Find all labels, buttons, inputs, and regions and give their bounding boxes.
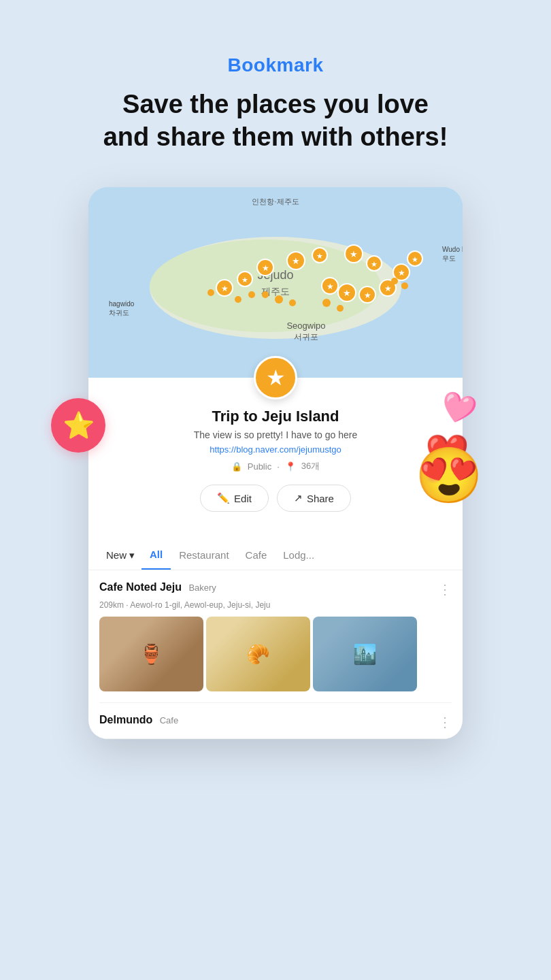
more-icon[interactable]: ⋮ xyxy=(438,581,452,598)
place-name-2: Delmundo xyxy=(99,714,152,725)
edit-button[interactable]: ✏️ Edit xyxy=(200,485,269,512)
action-buttons: ✏️ Edit ↗ Share xyxy=(102,485,449,512)
svg-text:★: ★ xyxy=(384,284,392,293)
trip-title: Trip to Jeju Island xyxy=(102,408,449,425)
place-header: Cafe Noted Jeju Bakery ⋮ xyxy=(99,581,452,598)
lock-icon: 🔒 xyxy=(231,461,242,472)
svg-text:★: ★ xyxy=(350,249,358,259)
edit-icon: ✏️ xyxy=(217,492,230,504)
tab-cafe[interactable]: Cafe xyxy=(237,549,276,569)
svg-point-47 xyxy=(401,282,408,289)
place-header-2: Delmundo Cafe ⋮ xyxy=(99,714,452,730)
share-button[interactable]: ↗ Share xyxy=(277,485,351,512)
svg-text:Seogwipo: Seogwipo xyxy=(286,321,325,331)
svg-point-40 xyxy=(262,291,269,298)
svg-text:★: ★ xyxy=(221,284,229,293)
svg-text:★: ★ xyxy=(398,268,405,278)
trip-description: The view is so pretty! I have to go here xyxy=(102,429,449,440)
map-area: 인천항·제주도 Wudo Isla 우도 hagwido 차귀도 Jejudo … xyxy=(88,187,463,378)
place-name-group: Cafe Noted Jeju Bakery xyxy=(99,581,216,593)
place-item-2: Delmundo Cafe ⋮ xyxy=(99,703,452,739)
place-image-3: 🏙️ xyxy=(313,617,417,691)
avatar-badge: ★ xyxy=(254,356,297,399)
svg-text:★: ★ xyxy=(343,288,351,298)
headline: Save the places you love and share them … xyxy=(103,88,448,153)
svg-point-43 xyxy=(248,291,255,298)
svg-text:★: ★ xyxy=(262,263,269,273)
visibility-label: Public xyxy=(248,461,271,472)
edit-label: Edit xyxy=(234,493,252,504)
trip-link[interactable]: https://blog.naver.com/jejumustgo xyxy=(102,444,449,455)
filter-tabs: New ▾ All Restaurant Cafe Lodg... xyxy=(88,539,463,570)
svg-point-42 xyxy=(289,299,296,306)
svg-text:서귀포: 서귀포 xyxy=(294,332,318,342)
svg-point-39 xyxy=(337,305,344,312)
svg-text:인천항·제주도: 인천항·제주도 xyxy=(252,197,299,206)
map-svg: 인천항·제주도 Wudo Isla 우도 hagwido 차귀도 Jejudo … xyxy=(88,187,463,378)
svg-text:★: ★ xyxy=(364,291,371,300)
share-label: Share xyxy=(307,493,334,504)
deco-love-emoji: 😍 xyxy=(415,444,483,508)
place-item: Cafe Noted Jeju Bakery ⋮ 209km · Aewol-r… xyxy=(99,570,452,703)
more-icon-2[interactable]: ⋮ xyxy=(438,714,452,730)
svg-text:우도: 우도 xyxy=(442,255,456,262)
place-category: Bakery xyxy=(188,583,216,593)
chevron-down-icon: ▾ xyxy=(129,549,135,561)
phone-wrapper: ⭐ 🩷 ❤️ 😍 인천항·제주도 Wudo Isla 우도 hagwido 차귀… xyxy=(88,187,463,739)
trip-meta: 🔒 Public · 📍 36개 xyxy=(102,460,449,472)
svg-text:차귀도: 차귀도 xyxy=(109,309,129,316)
svg-point-44 xyxy=(235,296,241,303)
phone-card: 인천항·제주도 Wudo Isla 우도 hagwido 차귀도 Jejudo … xyxy=(88,187,463,739)
share-icon: ↗ xyxy=(294,492,303,504)
tab-restaurant[interactable]: Restaurant xyxy=(171,549,237,569)
svg-text:★: ★ xyxy=(241,276,248,284)
place-category-2: Cafe xyxy=(160,715,178,725)
place-name: Cafe Noted Jeju xyxy=(99,581,182,593)
tab-new[interactable]: New ▾ xyxy=(99,549,141,570)
svg-text:★: ★ xyxy=(371,260,378,268)
place-images: 🏺 🥐 🏙️ xyxy=(99,617,452,691)
place-address: 209km · Aewol-ro 1-gil, Aewol-eup, Jeju-… xyxy=(99,600,452,610)
svg-text:hagwido: hagwido xyxy=(109,300,135,308)
svg-text:Wudo Isla: Wudo Isla xyxy=(442,246,463,253)
svg-text:★: ★ xyxy=(292,256,300,266)
tab-lodging[interactable]: Lodg... xyxy=(275,549,322,569)
svg-text:★: ★ xyxy=(316,252,323,260)
svg-point-45 xyxy=(207,289,214,296)
tab-new-label: New xyxy=(106,549,127,561)
place-image-2: 🥐 xyxy=(206,617,310,691)
svg-text:★: ★ xyxy=(327,282,334,291)
deco-star-badge: ⭐ xyxy=(51,398,105,453)
place-list: Cafe Noted Jeju Bakery ⋮ 209km · Aewol-r… xyxy=(88,570,463,739)
svg-point-41 xyxy=(275,295,283,304)
svg-point-38 xyxy=(322,299,331,307)
place-count: 36개 xyxy=(301,460,320,472)
svg-text:★: ★ xyxy=(412,255,418,263)
location-icon: 📍 xyxy=(285,461,296,472)
svg-point-46 xyxy=(391,278,398,284)
place-image-1: 🏺 xyxy=(99,617,203,691)
place-name-group-2: Delmundo Cafe xyxy=(99,714,178,726)
profile-area: ★ Trip to Jeju Island The view is so pre… xyxy=(88,356,463,539)
tab-all[interactable]: All xyxy=(141,549,171,570)
page-label: Bookmark xyxy=(228,54,324,76)
